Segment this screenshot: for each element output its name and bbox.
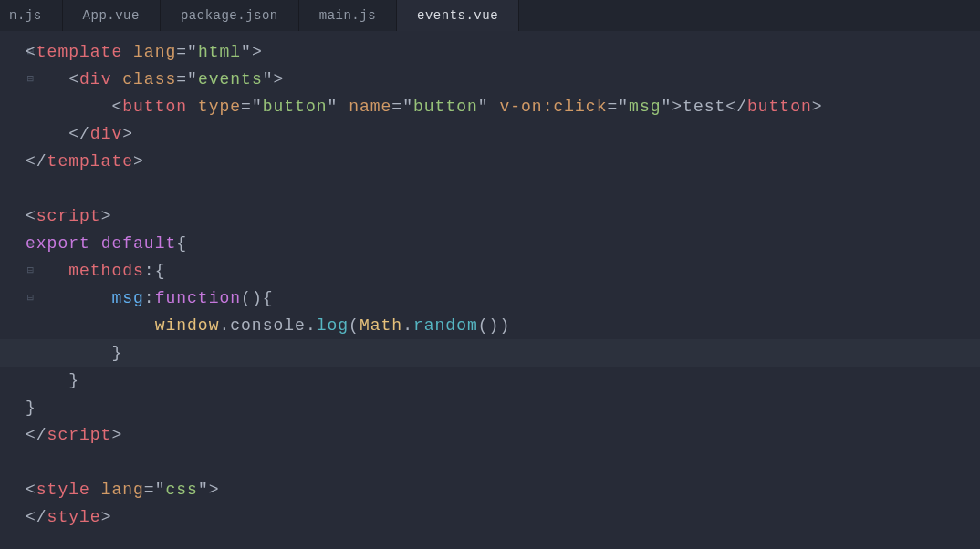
code-line[interactable]: export default{ bbox=[26, 230, 980, 257]
gutter-line bbox=[0, 93, 26, 120]
tab-label: events.vue bbox=[417, 8, 498, 23]
gutter-line bbox=[0, 175, 26, 202]
gutter-line: ⊟ bbox=[0, 257, 26, 285]
tab-label: package.json bbox=[181, 8, 278, 23]
gutter-line bbox=[0, 503, 26, 531]
gutter-line: ⊟ bbox=[0, 66, 26, 93]
code-line[interactable]: </style> bbox=[26, 503, 980, 531]
code-line[interactable]: <div class="events"> bbox=[26, 66, 980, 93]
code-line[interactable]: methods:{ bbox=[26, 257, 980, 285]
gutter-line bbox=[0, 120, 26, 148]
code-line[interactable]: </div> bbox=[26, 120, 980, 148]
code-line[interactable]: } bbox=[26, 367, 980, 394]
code-line[interactable]: <button type="button" name="button" v-on… bbox=[26, 93, 980, 120]
tab-bar: n.js App.vue package.json main.js events… bbox=[0, 0, 980, 31]
code-line[interactable]: } bbox=[26, 339, 980, 367]
code-line[interactable] bbox=[26, 175, 980, 202]
code-line[interactable]: <script> bbox=[26, 202, 980, 230]
code-line[interactable]: } bbox=[26, 394, 980, 421]
code-area[interactable]: <template lang="html"> <div class="event… bbox=[26, 31, 980, 549]
tab-n-js[interactable]: n.js bbox=[0, 0, 63, 31]
editor: ⊟ ⊟ ⊟ ⊟ ⊟ <template lang="html"> <div cl… bbox=[0, 31, 980, 549]
code-line[interactable]: <style lang="css"> bbox=[26, 476, 980, 503]
tab-main-js[interactable]: main.js bbox=[299, 0, 397, 31]
code-line[interactable]: window.console.log(Math.random()) bbox=[26, 312, 980, 339]
code-line[interactable] bbox=[26, 449, 980, 476]
tab-label: main.js bbox=[319, 8, 376, 23]
tab-events-vue[interactable]: events.vue bbox=[397, 0, 519, 31]
tab-label: App.vue bbox=[83, 8, 140, 23]
tab-package-json[interactable]: package.json bbox=[161, 0, 299, 31]
gutter-line bbox=[0, 449, 26, 476]
gutter-line bbox=[0, 476, 26, 503]
code-line[interactable]: </template> bbox=[26, 148, 980, 175]
gutter-line bbox=[0, 202, 26, 230]
gutter-line bbox=[0, 394, 26, 421]
gutter-line: ⊟ bbox=[0, 38, 26, 66]
gutter-line bbox=[0, 148, 26, 175]
gutter-line bbox=[0, 312, 26, 339]
gutter-line bbox=[0, 367, 26, 394]
tab-label: n.js bbox=[9, 8, 42, 23]
code-line[interactable]: msg:function(){ bbox=[26, 285, 980, 312]
tab-app-vue[interactable]: App.vue bbox=[63, 0, 161, 31]
gutter-line bbox=[0, 421, 26, 449]
code-line[interactable]: </script> bbox=[26, 421, 980, 449]
gutter-line: ⊟ bbox=[0, 285, 26, 312]
gutter: ⊟ ⊟ ⊟ ⊟ ⊟ bbox=[0, 31, 26, 549]
code-line[interactable]: <template lang="html"> bbox=[26, 38, 980, 66]
gutter-line: ⊟ bbox=[0, 230, 26, 257]
